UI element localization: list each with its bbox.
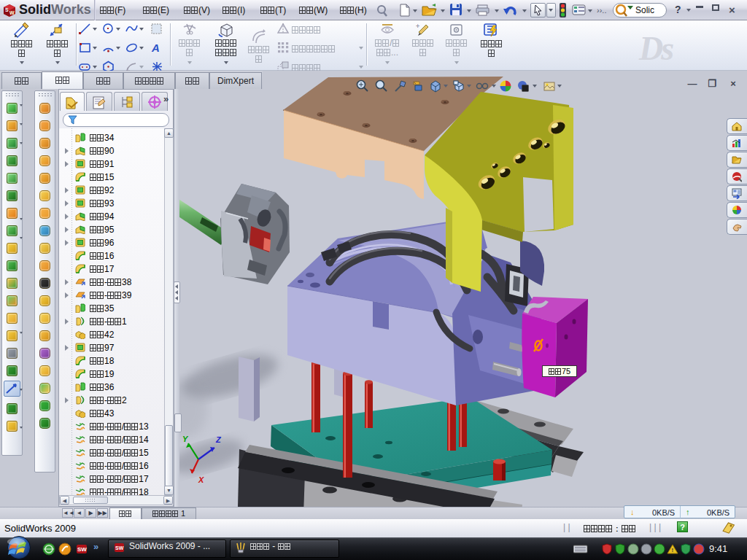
svg-text:SW: SW bbox=[115, 545, 124, 551]
svg-text:A: A bbox=[151, 42, 160, 54]
svg-text:X: X bbox=[198, 475, 204, 484]
svg-text:Z: Z bbox=[215, 435, 222, 444]
svg-text:W: W bbox=[9, 10, 15, 15]
svg-text:+: + bbox=[416, 23, 419, 30]
svg-text:!: ! bbox=[672, 547, 674, 553]
svg-text:SW: SW bbox=[77, 546, 87, 553]
svg-text:S: S bbox=[5, 7, 9, 12]
